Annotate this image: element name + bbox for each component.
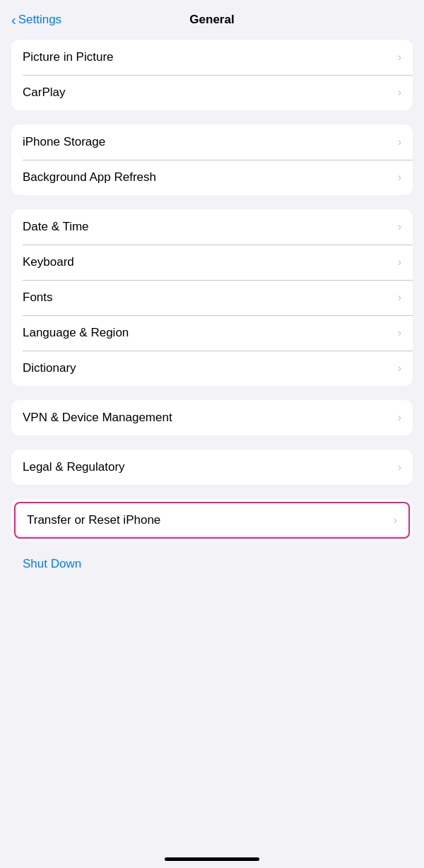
keyboard-row[interactable]: Keyboard › <box>11 245 413 280</box>
section-locale: Date & Time › Keyboard › Fonts › Languag… <box>11 209 413 386</box>
back-button[interactable]: ‹ Settings <box>11 12 61 28</box>
transfer-reset-label: Transfer or Reset iPhone <box>27 513 160 527</box>
carplay-label: CarPlay <box>23 86 65 100</box>
chevron-icon: › <box>398 51 401 64</box>
page-title: General <box>189 13 234 27</box>
transfer-reset-row[interactable]: Transfer or Reset iPhone › <box>14 502 410 539</box>
chevron-icon: › <box>398 86 401 99</box>
chevron-icon: › <box>398 136 401 148</box>
iphone-storage-row[interactable]: iPhone Storage › <box>11 124 413 160</box>
picture-in-picture-row[interactable]: Picture in Picture › <box>11 40 413 75</box>
shutdown-section: Shut Down <box>11 547 413 581</box>
date-time-label: Date & Time <box>23 220 89 234</box>
dictionary-row[interactable]: Dictionary › <box>11 351 413 386</box>
section-storage: iPhone Storage › Background App Refresh … <box>11 124 413 195</box>
vpn-device-management-row[interactable]: VPN & Device Management › <box>11 400 413 435</box>
picture-in-picture-label: Picture in Picture <box>23 50 114 64</box>
chevron-icon: › <box>398 411 401 424</box>
fonts-label: Fonts <box>23 291 53 305</box>
carplay-row[interactable]: CarPlay › <box>11 75 413 110</box>
vpn-device-management-label: VPN & Device Management <box>23 411 172 425</box>
background-app-refresh-label: Background App Refresh <box>23 170 156 184</box>
chevron-icon: › <box>398 256 401 269</box>
language-region-row[interactable]: Language & Region › <box>11 315 413 351</box>
chevron-icon: › <box>398 171 401 184</box>
back-chevron-icon: ‹ <box>11 12 16 28</box>
dictionary-label: Dictionary <box>23 361 76 375</box>
section-vpn: VPN & Device Management › <box>11 400 413 435</box>
chevron-icon: › <box>398 362 401 375</box>
background-app-refresh-row[interactable]: Background App Refresh › <box>11 160 413 195</box>
chevron-icon: › <box>398 327 401 339</box>
legal-regulatory-label: Legal & Regulatory <box>23 460 125 474</box>
chevron-icon: › <box>394 514 397 527</box>
navigation-header: ‹ Settings General <box>0 0 424 40</box>
iphone-storage-label: iPhone Storage <box>23 135 105 149</box>
date-time-row[interactable]: Date & Time › <box>11 209 413 245</box>
section-legal: Legal & Regulatory › <box>11 450 413 485</box>
shutdown-button[interactable]: Shut Down <box>11 547 413 581</box>
section-media: Picture in Picture › CarPlay › <box>11 40 413 110</box>
chevron-icon: › <box>398 291 401 304</box>
language-region-label: Language & Region <box>23 326 129 340</box>
fonts-row[interactable]: Fonts › <box>11 280 413 315</box>
legal-regulatory-row[interactable]: Legal & Regulatory › <box>11 450 413 485</box>
keyboard-label: Keyboard <box>23 255 74 269</box>
home-indicator <box>165 857 259 861</box>
chevron-icon: › <box>398 461 401 474</box>
section-transfer-reset: Transfer or Reset iPhone › <box>11 499 413 541</box>
back-label: Settings <box>18 13 61 27</box>
chevron-icon: › <box>398 221 401 233</box>
